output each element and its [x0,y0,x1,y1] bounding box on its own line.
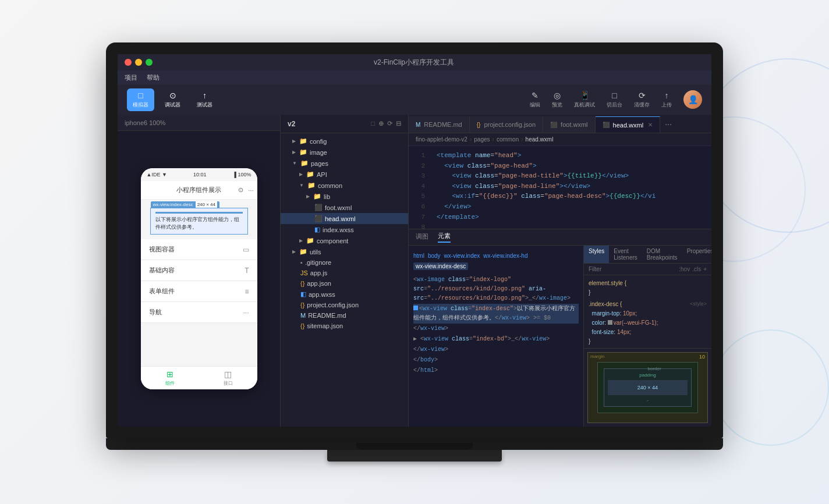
menu-item-project[interactable]: 项目 [125,73,137,82]
path-item-body[interactable]: body [428,253,441,259]
tabs-overflow-icon[interactable]: ··· [660,119,676,129]
minimize-button[interactable] [135,59,142,66]
styles-tab-event-listeners[interactable]: Event Listeners [609,246,642,263]
toolbar-background-btn[interactable]: □ 切后台 [602,88,627,111]
tree-item-index-wxss[interactable]: ◧ index.wxss [281,224,408,235]
tab-close-icon[interactable]: ✕ [648,122,653,128]
tree-item-app-js[interactable]: JS app.js [281,268,408,278]
tree-item-pages[interactable]: ▼ 📁 pages [281,158,408,169]
tree-item-app-json[interactable]: {} app.json [281,278,408,289]
preview-device-label: iphone6 100% [125,119,165,126]
preview-panel: iphone6 100% ▲IDE ▼ 10:01 ▐ 100% 小程序组 [118,115,281,427]
toolbar-edit-btn[interactable]: ✎ 编辑 [525,88,545,111]
style-filter-input[interactable] [589,266,679,272]
breadcrumb-item-2[interactable]: pages [474,136,490,143]
phone-frame: ▲IDE ▼ 10:01 ▐ 100% 小程序组件展示 ··· ⊙ [118,131,280,427]
phone-nav-item-2[interactable]: ◫ 接口 [199,367,257,389]
code-editor: M README.md {} project.config.json ⬛ foo… [409,115,711,427]
tree-item-config[interactable]: ▶ 📁 config [281,136,408,147]
styles-tab-properties[interactable]: Properties [682,246,711,263]
html-line-6: </body> [413,355,579,365]
bottom-tab-debug[interactable]: 调图 [416,232,428,242]
toolbar-device-debug-btn[interactable]: 📱 真机调试 [569,88,600,111]
filter-add-icon[interactable]: + [703,266,707,272]
tree-item-utils[interactable]: ▶ 📁 utils [281,246,408,257]
box-padding-bottom-label: - [608,397,688,403]
tree-item-gitignore[interactable]: ▪ .gitignore [281,257,408,268]
box-model-container: margin 10 border padding 240 × 44 [584,348,711,427]
style-rule-element: element.style { } [589,279,707,297]
style-selector-1: element.style { [589,280,626,286]
phone-title-action[interactable]: ⊙ [238,186,243,194]
folder-icon: 📁 [300,159,309,167]
phone-list-item-3[interactable]: 表单组件 ≡ [141,281,257,302]
list-item-icon-2: T [245,267,249,275]
tree-item-lib[interactable]: ▶ 📁 lib [281,191,408,202]
filter-cls-icon: .cls [692,266,701,272]
styles-tab-dom-breakpoints[interactable]: DOM Breakpoints [642,246,682,263]
tree-item-sitemap[interactable]: {} sitemap.json [281,321,408,331]
code-content-area[interactable]: 1 2 3 4 5 6 7 8 <template name="head"> <… [409,146,711,229]
tree-item-app-wxss[interactable]: ◧ app.wxss [281,289,408,300]
tab-project-config[interactable]: {} project.config.json [470,116,543,133]
phone-nav-label-1: 组件 [165,380,175,386]
phone-list-item-1[interactable]: 视图容器 ▭ [141,239,257,260]
toolbar-simulator-btn[interactable]: □ 模拟器 [127,88,154,111]
maximize-button[interactable] [146,59,153,66]
toolbar-debugger-btn[interactable]: ⊙ 调试器 [159,88,186,111]
color-swatch [608,320,612,325]
tree-item-label: component [317,237,348,244]
path-item-wx-view-index-hd[interactable]: wx-view.index-hd [483,253,527,259]
menu-item-help[interactable]: 帮助 [147,73,160,82]
tree-item-project-config[interactable]: {} project.config.json [281,300,408,310]
device-debug-icon: 📱 [580,91,590,100]
path-item-wx-view-index[interactable]: wx-view.index [444,253,480,259]
close-button[interactable] [125,59,132,66]
tree-item-image[interactable]: ▶ 📁 image [281,147,408,158]
toolbar-upload-btn[interactable]: ↑ 上传 [657,88,676,111]
tab-foot-wxml[interactable]: ⬛ foot.wxml [543,116,595,133]
file-new-file-icon[interactable]: □ [371,120,375,127]
file-new-folder-icon[interactable]: ⊕ [378,120,384,127]
wxss-file-icon: ◧ [300,290,306,298]
style-rule-index-desc: .index-desc { <style> margin-top: 10px; … [589,300,707,346]
list-item-icon-3: ≡ [245,288,249,296]
phone-list-item-4[interactable]: 导航 ··· [141,302,257,323]
user-avatar[interactable]: 👤 [683,90,702,109]
phone-list-item-2[interactable]: 基础内容 T [141,260,257,281]
file-refresh-icon[interactable]: ⟳ [387,120,392,127]
title-bar: v2-FinClip小程序开发工具 [118,54,711,70]
json-file-icon: {} [300,280,304,287]
box-content: 240 × 44 [608,380,688,395]
tab-head-wxml[interactable]: ⬛ head.wxml ✕ [596,116,661,133]
tree-item-api[interactable]: ▶ 📁 API [281,169,408,180]
tree-item-head-wxml[interactable]: ⬛ head.wxml [281,213,408,224]
tree-item-common[interactable]: ▼ 📁 common [281,180,408,191]
phone-nav-icon-2: ◫ [224,370,232,379]
html-line-3: </wx-view> [413,324,579,334]
tree-item-label: app.wxss [309,291,335,298]
tab-readme[interactable]: M README.md [409,116,470,133]
toolbar-preview-btn[interactable]: ◎ 预览 [547,88,567,111]
breadcrumb-item-3[interactable]: common [497,136,519,143]
toolbar-tester-btn[interactable]: ↑ 测试器 [191,88,218,111]
phone-title-bar: 小程序组件展示 ··· ⊙ [141,181,257,200]
path-item-html[interactable]: html [413,253,424,259]
filter-hover-icon: :hov [679,266,690,272]
bottom-tab-element[interactable]: 元素 [438,232,451,243]
phone-nav-icon-1: ⊞ [166,370,173,379]
list-item-label-2: 基础内容 [149,266,175,275]
breadcrumb-item-4[interactable]: head.wxml [526,136,554,143]
tree-item-readme[interactable]: M README.md [281,310,408,321]
styles-tab-styles[interactable]: Styles [584,246,609,263]
breadcrumb-item-1[interactable]: fino-applet-demo-v2 [416,136,467,143]
phone-nav-item-1[interactable]: ⊞ 组件 [141,367,199,389]
phone-title-more[interactable]: ··· [248,187,253,194]
chevron-right-icon: ▶ [292,139,296,144]
tree-item-foot-wxml[interactable]: ⬛ foot.wxml [281,202,408,213]
toolbar-clear-cache-btn[interactable]: ⟳ 清缓存 [629,88,654,111]
tree-item-component[interactable]: ▶ 📁 component [281,235,408,246]
path-item-wx-view-index-desc[interactable]: wx-view.index-desc [413,262,468,270]
window-controls [125,59,153,66]
file-collapse-icon[interactable]: ⊟ [396,120,401,127]
